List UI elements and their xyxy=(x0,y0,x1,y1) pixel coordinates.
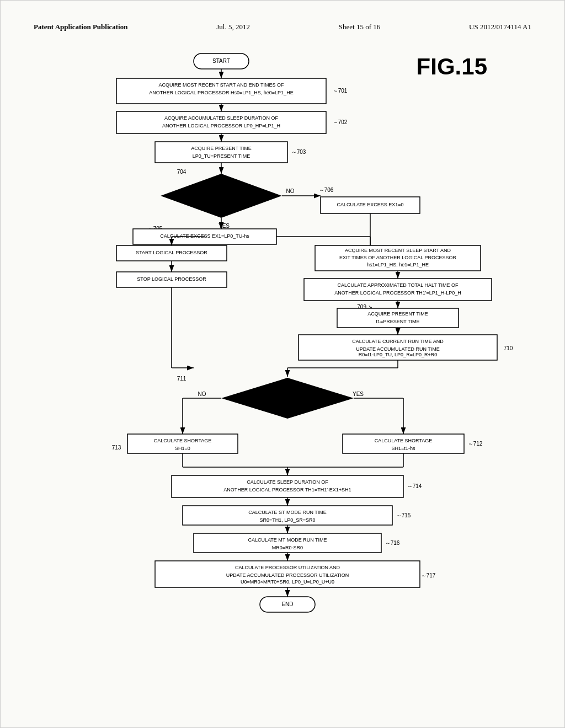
decision-711-t2: OPERATION STATUS OF xyxy=(259,393,317,398)
no-label-704: NO xyxy=(286,188,295,194)
box-710-t3: R0=t1-LP0_TU, LP0_R=LP0_R+R0 xyxy=(359,352,437,357)
ref-711: 711 xyxy=(177,376,186,382)
box-703-text1: ACQUIRE PRESENT TIME xyxy=(191,146,252,151)
ref-716: ～716 xyxy=(385,540,400,546)
ref-717: ～717 xyxy=(421,572,436,579)
box-714-t2: ANOTHER LOGICAL PROCESSOR TH1=TH1'-EX1+S… xyxy=(223,487,351,493)
box-708 xyxy=(304,279,492,301)
box-716-t2: MR0=R0-SR0 xyxy=(272,545,303,550)
box-start-lp-text: START LOGICAL PROCESSOR xyxy=(136,250,207,255)
ref-701: ～701 xyxy=(333,88,348,94)
box-708-t1: CALCULATE APPROXIMATED TOTAL HALT TIME O… xyxy=(338,282,459,288)
box-702-text1: ACQUIRE ACCUMULATED SLEEP DURATION OF xyxy=(164,115,279,121)
flowchart: START ACQUIRE MOST RECENT START AND END … xyxy=(45,48,541,671)
decision-704-t4: hs0 > he0 xyxy=(210,204,232,209)
ref-706: ～706 xyxy=(319,187,334,193)
box-712-t1: CALCULATE SHORTAGE xyxy=(375,438,433,443)
box-709-t2: t1=PRESENT TIME xyxy=(376,319,420,324)
box-710-t1: CALCULATE CURRENT RUN TIME AND xyxy=(352,339,444,344)
header-publication: Patent Application Publication xyxy=(34,23,127,31)
header-patent: US 2012/0174114 A1 xyxy=(469,23,531,31)
box-703 xyxy=(155,142,287,163)
box-703-text2: LP0_TU=PRESENT TIME xyxy=(193,153,250,159)
box-701-text2: ANOTHER LOGICAL PROCESSOR Hs0=LP1_HS, he… xyxy=(149,90,293,95)
decision-704-t1: CHECK xyxy=(212,184,230,189)
box-708-t2: ANOTHER LOGICAL PROCESSOR TH1'=LP1_H-LP0… xyxy=(334,290,461,296)
box-714-t1: CALCULATE SLEEP DURATION OF xyxy=(247,479,328,485)
no-label-711: NO xyxy=(198,391,206,397)
box-717-t3: U0=MR0×MRT0+SR0, LP0_U=LP0_U+U0 xyxy=(241,579,334,585)
page-header: Patent Application Publication Jul. 5, 2… xyxy=(34,23,531,31)
ref-710: 710 xyxy=(504,345,513,351)
box-707-t1: ACQUIRE MOST RECENT SLEEP START AND xyxy=(345,248,451,253)
yes-label-704: YES xyxy=(218,223,230,229)
decision-704-t2: OPERATION STATUS OF xyxy=(193,190,250,196)
box-714 xyxy=(172,475,403,497)
decision-711-t1: CHECK xyxy=(279,386,296,392)
box-715-t2: SR0=TH1, LP0_SR=SR0 xyxy=(259,517,315,523)
decision-711-t3: ANOTHER LOGICAL PROCESSOR xyxy=(247,399,328,405)
box-713-t1: CALCULATE SHORTAGE xyxy=(154,438,212,443)
ref-715: ～715 xyxy=(396,512,411,518)
decision-704-t3: ANOTHER LOGICAL PROCESSOR xyxy=(181,197,262,202)
box-709-t1: ACQUIRE PRESENT TIME xyxy=(367,311,428,317)
ref-703: ～703 xyxy=(291,149,306,155)
decision-711-t4: hs1 > he1 xyxy=(276,406,299,411)
box-715-t1: CALCULATE ST MODE RUN TIME xyxy=(248,510,327,515)
ref-702: ～702 xyxy=(333,119,348,125)
box-713-t2: SH1=0 xyxy=(175,446,190,451)
page: Patent Application Publication Jul. 5, 2… xyxy=(0,0,565,728)
start-label: START xyxy=(212,58,230,64)
figure-area: FIG.15 START ACQUIRE MOST RECENT START A… xyxy=(34,37,531,677)
box-710-t2: UPDATE ACCUMULATED RUN TIME xyxy=(356,346,440,352)
header-sheet: Sheet 15 of 16 xyxy=(339,23,380,31)
ref-704-label: 704 xyxy=(177,169,186,175)
box-702 xyxy=(116,111,326,133)
box-717-t2: UPDATE ACCUMULATED PROCESSOR UTILIZATION xyxy=(226,572,349,578)
ref-712: ～712 xyxy=(468,441,483,447)
end-label: END xyxy=(281,601,293,607)
box-706-text: CALCULATE EXCESS EX1=0 xyxy=(337,202,403,207)
box-716-t1: CALCULATE MT MODE RUN TIME xyxy=(248,537,327,543)
box-707-t2: EXIT TIMES OF ANOTHER LOGICAL PROCESSOR xyxy=(339,255,456,260)
box-717-t1: CALCULATE PROCESSOR UTILIZATION AND xyxy=(235,565,340,570)
box-stop-lp-text: STOP LOGICAL PROCESSOR xyxy=(137,276,206,282)
box-702-text2: ANOTHER LOGICAL PROCESSOR LP0_HP=LP1_H xyxy=(162,123,280,129)
ref-713: 713 xyxy=(112,445,121,451)
yes-label-711: YES xyxy=(353,391,364,397)
box-712-t2: SH1=t1-hs xyxy=(392,446,415,451)
ref-714: ～714 xyxy=(407,483,422,489)
box-707-t3: hs1=LP1_HS, he1=LP1_HE xyxy=(367,262,429,267)
box-701-text1: ACQUIRE MOST RECENT START AND END TIMES … xyxy=(158,82,284,88)
header-date: Jul. 5, 2012 xyxy=(216,23,250,31)
